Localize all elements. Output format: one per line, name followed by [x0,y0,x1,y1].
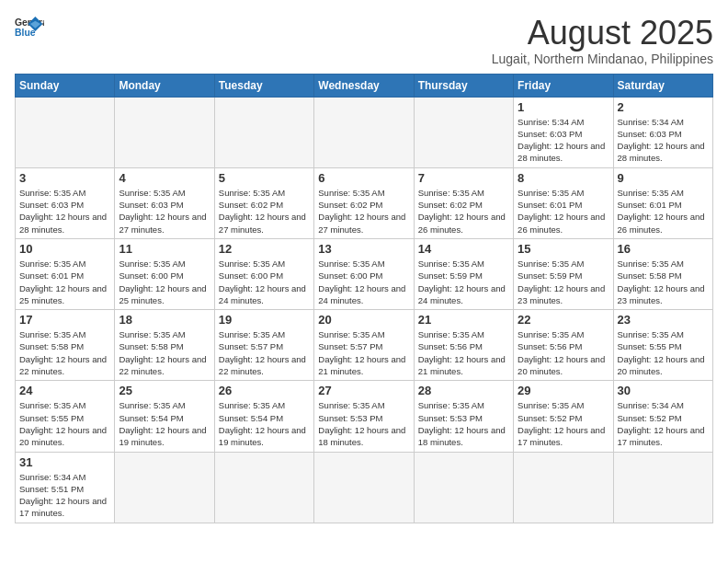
col-header-sunday: Sunday [16,74,115,97]
day-info: Sunrise: 5:35 AM Sunset: 6:03 PM Dayligh… [119,187,210,236]
calendar-day-cell [214,97,313,167]
calendar-day-cell: 24Sunrise: 5:35 AM Sunset: 5:55 PM Dayli… [16,381,115,452]
day-number: 20 [318,313,409,327]
calendar-day-cell: 2Sunrise: 5:34 AM Sunset: 6:03 PM Daylig… [613,97,712,167]
day-info: Sunrise: 5:35 AM Sunset: 5:53 PM Dayligh… [418,399,509,448]
calendar-day-cell: 10Sunrise: 5:35 AM Sunset: 6:01 PM Dayli… [16,238,115,309]
day-info: Sunrise: 5:35 AM Sunset: 5:58 PM Dayligh… [19,328,110,377]
day-number: 3 [19,171,110,185]
calendar-day-cell: 8Sunrise: 5:35 AM Sunset: 6:01 PM Daylig… [514,167,613,238]
day-number: 19 [219,313,310,327]
calendar-day-cell: 16Sunrise: 5:35 AM Sunset: 5:58 PM Dayli… [613,238,712,309]
calendar-subtitle: Lugait, Northern Mindanao, Philippines [492,52,713,66]
calendar-day-cell: 28Sunrise: 5:35 AM Sunset: 5:53 PM Dayli… [414,381,513,452]
day-info: Sunrise: 5:35 AM Sunset: 5:55 PM Dayligh… [19,399,110,448]
calendar-day-cell: 22Sunrise: 5:35 AM Sunset: 5:56 PM Dayli… [514,310,613,381]
calendar-day-cell: 4Sunrise: 5:35 AM Sunset: 6:03 PM Daylig… [115,167,214,238]
day-info: Sunrise: 5:34 AM Sunset: 5:51 PM Dayligh… [19,471,110,520]
day-number: 13 [318,242,409,256]
calendar-day-cell [314,97,414,167]
day-number: 5 [219,171,310,185]
calendar-day-cell: 7Sunrise: 5:35 AM Sunset: 6:02 PM Daylig… [414,167,513,238]
day-number: 6 [318,171,409,185]
col-header-wednesday: Wednesday [314,74,414,97]
day-number: 22 [518,313,609,327]
calendar-day-cell: 29Sunrise: 5:35 AM Sunset: 5:52 PM Dayli… [514,381,613,452]
day-number: 16 [618,242,709,256]
calendar-day-cell [214,452,313,523]
day-info: Sunrise: 5:35 AM Sunset: 6:01 PM Dayligh… [618,187,709,236]
day-info: Sunrise: 5:35 AM Sunset: 6:00 PM Dayligh… [318,258,409,306]
day-number: 8 [518,171,609,185]
calendar-day-cell: 25Sunrise: 5:35 AM Sunset: 5:54 PM Dayli… [115,381,214,452]
day-info: Sunrise: 5:35 AM Sunset: 5:58 PM Dayligh… [119,328,210,377]
day-info: Sunrise: 5:35 AM Sunset: 6:01 PM Dayligh… [518,187,609,236]
calendar-day-cell [115,452,214,523]
calendar-day-cell [115,97,214,167]
calendar-day-cell: 17Sunrise: 5:35 AM Sunset: 5:58 PM Dayli… [16,310,115,381]
day-number: 29 [518,384,609,397]
day-info: Sunrise: 5:35 AM Sunset: 6:00 PM Dayligh… [219,258,310,306]
day-number: 9 [618,171,709,185]
day-info: Sunrise: 5:34 AM Sunset: 6:03 PM Dayligh… [518,116,609,165]
col-header-friday: Friday [514,74,613,97]
calendar-day-cell: 30Sunrise: 5:34 AM Sunset: 5:52 PM Dayli… [613,381,712,452]
calendar-week-row: 24Sunrise: 5:35 AM Sunset: 5:55 PM Dayli… [16,381,713,452]
calendar-day-cell: 19Sunrise: 5:35 AM Sunset: 5:57 PM Dayli… [214,310,313,381]
calendar-day-cell: 11Sunrise: 5:35 AM Sunset: 6:00 PM Dayli… [115,238,214,309]
day-info: Sunrise: 5:35 AM Sunset: 5:52 PM Dayligh… [518,399,609,448]
col-header-saturday: Saturday [613,74,712,97]
day-number: 27 [318,384,409,397]
calendar-day-cell: 27Sunrise: 5:35 AM Sunset: 5:53 PM Dayli… [314,381,414,452]
day-number: 30 [618,384,709,397]
day-number: 15 [518,242,609,256]
calendar-day-cell: 14Sunrise: 5:35 AM Sunset: 5:59 PM Dayli… [414,238,513,309]
logo: General Blue [15,15,44,40]
calendar-week-row: 17Sunrise: 5:35 AM Sunset: 5:58 PM Dayli… [16,310,713,381]
calendar-day-cell [314,452,414,523]
calendar-day-cell [414,97,513,167]
day-info: Sunrise: 5:35 AM Sunset: 5:57 PM Dayligh… [318,328,409,377]
day-info: Sunrise: 5:35 AM Sunset: 5:57 PM Dayligh… [219,328,310,377]
day-info: Sunrise: 5:35 AM Sunset: 5:54 PM Dayligh… [219,399,310,448]
calendar-day-cell: 6Sunrise: 5:35 AM Sunset: 6:02 PM Daylig… [314,167,414,238]
calendar-day-cell: 31Sunrise: 5:34 AM Sunset: 5:51 PM Dayli… [16,452,115,523]
calendar-day-cell: 1Sunrise: 5:34 AM Sunset: 6:03 PM Daylig… [514,97,613,167]
day-info: Sunrise: 5:34 AM Sunset: 6:03 PM Dayligh… [618,116,709,165]
day-number: 25 [119,384,210,397]
day-info: Sunrise: 5:35 AM Sunset: 5:56 PM Dayligh… [518,328,609,377]
day-number: 18 [119,313,210,327]
calendar-day-cell: 20Sunrise: 5:35 AM Sunset: 5:57 PM Dayli… [314,310,414,381]
page-header: General Blue August 2025 Lugait, Norther… [15,15,713,66]
calendar-day-cell [514,452,613,523]
day-number: 4 [119,171,210,185]
calendar-day-cell: 5Sunrise: 5:35 AM Sunset: 6:02 PM Daylig… [214,167,313,238]
day-number: 28 [418,384,509,397]
day-info: Sunrise: 5:35 AM Sunset: 5:59 PM Dayligh… [518,258,609,306]
day-info: Sunrise: 5:35 AM Sunset: 6:02 PM Dayligh… [318,187,409,236]
day-info: Sunrise: 5:35 AM Sunset: 5:59 PM Dayligh… [418,258,509,306]
calendar-day-cell: 13Sunrise: 5:35 AM Sunset: 6:00 PM Dayli… [314,238,414,309]
calendar-day-cell: 18Sunrise: 5:35 AM Sunset: 5:58 PM Dayli… [115,310,214,381]
day-info: Sunrise: 5:35 AM Sunset: 6:01 PM Dayligh… [19,258,110,306]
calendar-day-cell: 9Sunrise: 5:35 AM Sunset: 6:01 PM Daylig… [613,167,712,238]
day-number: 12 [219,242,310,256]
day-number: 31 [19,455,110,469]
day-number: 14 [418,242,509,256]
day-number: 24 [19,384,110,397]
calendar-day-cell: 15Sunrise: 5:35 AM Sunset: 5:59 PM Dayli… [514,238,613,309]
calendar-day-cell: 26Sunrise: 5:35 AM Sunset: 5:54 PM Dayli… [214,381,313,452]
calendar-day-cell: 12Sunrise: 5:35 AM Sunset: 6:00 PM Dayli… [214,238,313,309]
title-block: August 2025 Lugait, Northern Mindanao, P… [492,15,713,66]
day-number: 23 [618,313,709,327]
day-number: 11 [119,242,210,256]
day-info: Sunrise: 5:35 AM Sunset: 5:55 PM Dayligh… [618,328,709,377]
day-number: 10 [19,242,110,256]
calendar-table: SundayMondayTuesdayWednesdayThursdayFrid… [15,74,713,523]
day-info: Sunrise: 5:35 AM Sunset: 5:54 PM Dayligh… [119,399,210,448]
day-number: 26 [219,384,310,397]
day-info: Sunrise: 5:34 AM Sunset: 5:52 PM Dayligh… [618,399,709,448]
calendar-day-cell [414,452,513,523]
calendar-header-row: SundayMondayTuesdayWednesdayThursdayFrid… [16,74,713,97]
calendar-week-row: 31Sunrise: 5:34 AM Sunset: 5:51 PM Dayli… [16,452,713,523]
